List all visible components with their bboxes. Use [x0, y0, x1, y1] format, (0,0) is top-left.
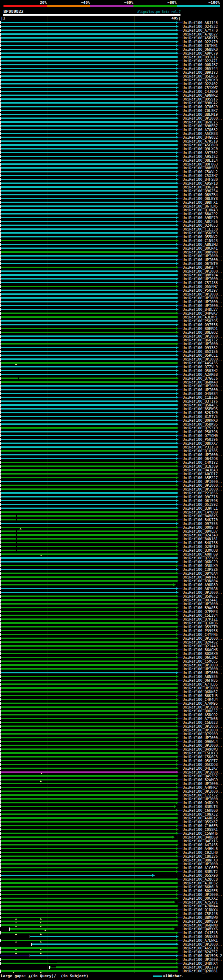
hit-line-segment	[1, 343, 176, 345]
alignment-start-tick	[0, 560, 1, 563]
alignment-start-tick	[0, 775, 1, 778]
alignment-start-tick	[0, 813, 1, 816]
hit-connector	[178, 282, 182, 283]
hit-connector	[178, 886, 182, 887]
hit-connector	[178, 389, 182, 390]
alignment-start-tick	[0, 71, 1, 74]
alignment-start-tick	[0, 174, 1, 177]
hit-connector	[178, 351, 182, 352]
hit-connector	[178, 68, 182, 69]
alignment-start-tick	[0, 495, 1, 498]
hit-line-segment	[1, 619, 176, 620]
hit-line-segment	[1, 49, 176, 50]
alignment-start-tick	[0, 828, 1, 831]
alignment-start-tick	[0, 143, 1, 147]
hit-line-segment	[1, 791, 176, 792]
alignment-start-tick	[0, 442, 1, 445]
hit-connector	[178, 496, 182, 497]
hit-line-segment	[1, 110, 176, 111]
hit-connector	[178, 672, 182, 673]
hit-line-segment	[1, 232, 176, 234]
alignment-start-tick	[0, 663, 1, 667]
alignment-start-tick	[0, 79, 1, 82]
hit-line-segment	[1, 878, 176, 880]
hit-line-segment	[1, 722, 176, 723]
hit-line-segment	[1, 706, 176, 708]
alignment-start-tick	[0, 33, 1, 36]
hit-line-segment	[1, 274, 176, 276]
hit-arrow-icon	[176, 591, 179, 594]
hit-line-segment	[1, 932, 176, 934]
hit-connector	[178, 259, 182, 260]
hit-connector	[178, 114, 182, 115]
alignment-start-tick	[0, 243, 1, 246]
hit-line-segment	[1, 137, 176, 138]
hit-arrow-icon	[176, 736, 179, 739]
alignment-start-tick	[0, 970, 1, 973]
hit-line-segment	[1, 519, 176, 520]
alignment-start-tick	[0, 67, 1, 70]
hit-line-segment	[1, 450, 176, 452]
hit-connector	[178, 657, 182, 658]
alignment-start-tick	[0, 901, 1, 904]
hit-arrow-icon	[172, 836, 175, 838]
alignment-start-tick	[0, 163, 1, 166]
query-ruler-bar	[3, 14, 180, 16]
hit-line-segment	[1, 500, 176, 501]
alignment-start-tick	[0, 400, 1, 403]
hit-line-segment	[1, 630, 176, 631]
hit-arrow-icon	[176, 407, 179, 410]
alignment-start-tick	[0, 538, 1, 541]
alignment-start-tick	[0, 641, 1, 644]
hit-line-segment	[1, 668, 176, 670]
identity-scale-segment	[133, 5, 176, 7]
alignment-start-tick	[0, 262, 1, 265]
hit-line-segment	[1, 332, 176, 333]
hit-arrow-icon	[176, 469, 179, 471]
hit-line-segment	[1, 240, 176, 241]
hit-line-segment	[1, 764, 176, 765]
alignment-start-tick	[0, 197, 1, 200]
hit-line-segment	[1, 653, 176, 654]
hit-line-segment	[1, 68, 176, 69]
hit-connector	[178, 167, 182, 168]
app-version-label: AlignView.pm Beta rel.7	[137, 10, 181, 14]
hit-line-segment	[1, 638, 176, 639]
hit-connector	[178, 841, 182, 841]
alignment-start-tick	[0, 805, 1, 808]
alignment-start-tick	[0, 450, 1, 453]
alignment-start-tick	[0, 419, 1, 422]
alignment-start-tick	[0, 193, 1, 196]
hit-line-segment	[1, 729, 176, 731]
hit-connector	[178, 894, 182, 895]
hit-line-segment	[1, 649, 176, 651]
hit-line-segment	[1, 408, 176, 409]
hit-connector	[178, 489, 182, 490]
hit-line-segment	[1, 741, 176, 742]
hit-line-segment	[1, 588, 176, 589]
hit-arrow-icon	[176, 346, 179, 349]
hit-connector	[178, 53, 182, 54]
hit-row[interactable]: UniRef100_Q2H081	[0, 969, 223, 973]
hit-line-segment	[1, 837, 172, 838]
hit-line-segment	[1, 710, 176, 712]
hit-line-segment	[1, 244, 176, 245]
hit-line-segment	[1, 684, 176, 685]
hit-line-segment	[1, 917, 176, 918]
hit-connector	[178, 925, 182, 926]
alignment-start-tick	[0, 821, 1, 824]
hit-connector	[178, 749, 182, 749]
hit-line-segment	[1, 894, 176, 895]
hit-line-segment	[49, 963, 57, 964]
hit-label[interactable]: UniRef100_Q2H081	[183, 969, 218, 973]
hit-line-segment	[1, 355, 176, 356]
hit-connector	[178, 665, 182, 665]
alignment-start-tick	[0, 786, 1, 789]
alignment-start-tick	[0, 320, 1, 323]
alignment-start-tick	[0, 37, 1, 40]
hit-connector	[178, 558, 182, 558]
alignment-start-tick	[0, 396, 1, 399]
hit-line-segment	[1, 703, 176, 704]
hit-connector	[178, 206, 182, 207]
hit-line-segment	[30, 936, 176, 937]
